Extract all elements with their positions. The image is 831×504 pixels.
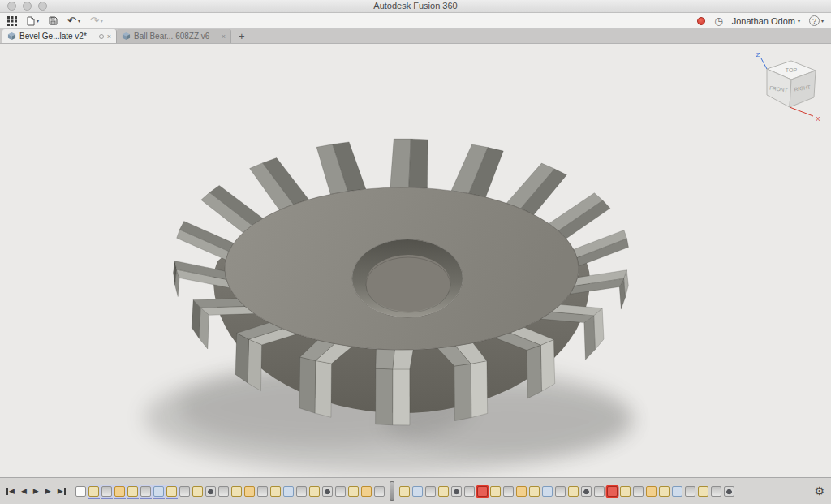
window-title: Autodesk Fusion 360 — [0, 0, 831, 12]
extrude-feature-icon[interactable] — [179, 486, 190, 497]
hole-feature-icon[interactable] — [322, 486, 333, 497]
timeline-settings-gear-icon[interactable]: ⚙ — [814, 485, 825, 498]
sketch-feature-icon[interactable] — [438, 486, 449, 497]
new-document-tab-button[interactable]: + — [231, 30, 252, 43]
sketch-feature-icon[interactable] — [659, 486, 670, 497]
titlebar: Autodesk Fusion 360 — [0, 0, 831, 13]
timeline-feature-strip — [75, 481, 734, 501]
construction-geometry-icon[interactable] — [244, 486, 255, 497]
document-cube-icon — [122, 32, 131, 41]
bevel-gear-model[interactable] — [0, 44, 831, 477]
hole-feature-icon[interactable] — [581, 486, 592, 497]
minimize-window-button[interactable] — [23, 2, 32, 11]
job-status-icon[interactable] — [697, 17, 705, 25]
tab-close-icon[interactable]: × — [107, 32, 111, 41]
extrude-feature-icon[interactable] — [257, 486, 268, 497]
fillet-feature-icon[interactable] — [153, 486, 164, 497]
sketch-feature-icon[interactable] — [88, 486, 99, 497]
extrude-feature-icon[interactable] — [711, 486, 721, 497]
extrude-feature-icon[interactable] — [425, 486, 436, 497]
app-toolbar: ▾ ↶ ▾ ↷ ▾ ◷ Jonathan Odom ▾ ? ▾ — [0, 13, 831, 29]
construction-geometry-icon[interactable] — [516, 486, 527, 497]
timeline-playhead[interactable] — [390, 481, 394, 501]
help-menu-button[interactable]: ? ▾ — [809, 15, 824, 26]
hole-feature-icon[interactable] — [724, 486, 734, 497]
toolbar-left-group: ▾ ↶ ▾ ↷ ▾ — [7, 16, 103, 26]
file-menu-caret-icon: ▾ — [37, 18, 39, 24]
document-tabbar: Bevel Ge...late v2* × Ball Bear... 608ZZ… — [0, 29, 831, 44]
fillet-feature-icon[interactable] — [412, 486, 423, 497]
model-viewport[interactable]: TOP FRONT RIGHT Z X — [0, 44, 831, 477]
undo-icon: ↶ — [67, 16, 76, 26]
go-to-end-button[interactable]: ▶ — [58, 487, 66, 495]
extrude-feature-icon[interactable] — [464, 486, 475, 497]
redo-caret-icon: ▾ — [101, 18, 103, 24]
extrude-feature-icon[interactable] — [101, 486, 112, 497]
sketch-feature-icon[interactable] — [192, 486, 203, 497]
construction-geometry-icon[interactable] — [114, 486, 125, 497]
sketch-feature-icon[interactable] — [166, 486, 177, 497]
extrude-feature-icon[interactable] — [218, 486, 229, 497]
fillet-feature-icon[interactable] — [542, 486, 553, 497]
extrude-feature-icon[interactable] — [685, 486, 695, 497]
extrude-feature-icon[interactable] — [335, 486, 346, 497]
sketch-feature-icon[interactable] — [348, 486, 359, 497]
save-button[interactable] — [49, 16, 58, 25]
sketch-feature-icon[interactable] — [529, 486, 540, 497]
flagged-feature-icon[interactable] — [477, 486, 488, 497]
construction-geometry-icon[interactable] — [361, 486, 372, 497]
app-grid-icon[interactable] — [7, 16, 17, 26]
document-start-icon[interactable] — [75, 486, 86, 497]
sync-status-icon — [99, 34, 104, 39]
sketch-feature-icon[interactable] — [620, 486, 631, 497]
recent-activity-icon[interactable]: ◷ — [714, 16, 722, 26]
user-name: Jonathan Odom — [732, 16, 795, 26]
extrude-feature-icon[interactable] — [633, 486, 644, 497]
extrude-feature-icon[interactable] — [140, 486, 151, 497]
sketch-feature-icon[interactable] — [127, 486, 138, 497]
document-tab[interactable]: Ball Bear... 608ZZ v6 × — [117, 29, 231, 43]
extrude-feature-icon[interactable] — [555, 486, 566, 497]
close-window-button[interactable] — [7, 2, 16, 11]
help-caret-icon: ▾ — [821, 18, 824, 24]
sketch-feature-icon[interactable] — [309, 486, 320, 497]
hole-feature-icon[interactable] — [451, 486, 462, 497]
tab-title: Bevel Ge...late v2* — [19, 32, 96, 41]
extrude-feature-icon[interactable] — [594, 486, 605, 497]
sketch-feature-icon[interactable] — [399, 486, 410, 497]
tab-close-icon[interactable]: × — [222, 32, 226, 41]
sketch-feature-icon[interactable] — [568, 486, 579, 497]
zoom-window-button[interactable] — [38, 2, 47, 11]
sketch-feature-icon[interactable] — [490, 486, 501, 497]
z-axis-label: Z — [756, 51, 760, 58]
extrude-feature-icon[interactable] — [503, 486, 514, 497]
redo-icon: ↷ — [90, 16, 99, 26]
flagged-feature-icon[interactable] — [607, 486, 618, 497]
playback-controls: ◀◀▶▶▶ — [6, 487, 66, 495]
grid-glyph — [7, 16, 17, 26]
sketch-feature-icon[interactable] — [698, 486, 708, 497]
z-axis-line — [761, 58, 767, 69]
tab-title: Ball Bear... 608ZZ v6 — [134, 32, 218, 41]
file-menu-button[interactable]: ▾ — [27, 16, 39, 26]
document-tab[interactable]: Bevel Ge...late v2* × — [2, 29, 117, 43]
construction-geometry-icon[interactable] — [646, 486, 657, 497]
go-to-start-button[interactable]: ◀ — [6, 487, 15, 495]
sketch-feature-icon[interactable] — [270, 486, 281, 497]
fillet-feature-icon[interactable] — [672, 486, 682, 497]
step-forward-button[interactable]: ▶ — [45, 487, 51, 495]
step-back-button-glyph: ◀ — [21, 487, 27, 495]
extrude-feature-icon[interactable] — [296, 486, 307, 497]
extrude-feature-icon[interactable] — [374, 486, 385, 497]
hole-feature-icon[interactable] — [205, 486, 216, 497]
play-button[interactable]: ▶ — [33, 487, 39, 495]
undo-button[interactable]: ↶ ▾ — [67, 16, 80, 26]
stop-bar-glyph — [6, 488, 8, 495]
redo-button[interactable]: ↷ ▾ — [90, 16, 103, 26]
user-account-menu[interactable]: Jonathan Odom ▾ — [732, 16, 800, 26]
step-back-button[interactable]: ◀ — [21, 487, 27, 495]
sketch-feature-icon[interactable] — [231, 486, 242, 497]
fillet-feature-icon[interactable] — [283, 486, 294, 497]
undo-caret-icon: ▾ — [78, 18, 80, 24]
viewcube[interactable]: TOP FRONT RIGHT Z X — [742, 49, 826, 130]
